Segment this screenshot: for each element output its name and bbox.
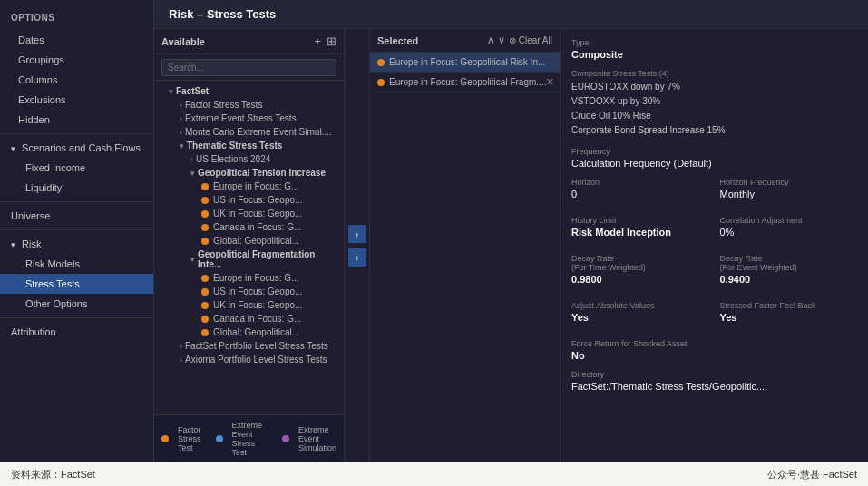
selected-header: Selected ∧ ∨ ⊗ Clear All bbox=[370, 29, 560, 53]
dot-purple-icon bbox=[282, 435, 289, 442]
stressed-label: Stressed Factor Feel Back bbox=[720, 301, 858, 310]
tree-canada-focus-2[interactable]: Canada in Focus: G... bbox=[154, 312, 344, 326]
sidebar-item-fixed-income[interactable]: Fixed Income bbox=[0, 158, 153, 178]
selected-panel: Selected ∧ ∨ ⊗ Clear All Europe in Focus… bbox=[370, 29, 561, 462]
close-icon[interactable]: ✕ bbox=[546, 76, 554, 88]
tree-monte-carlo[interactable]: › Monte Carlo Extreme Event Simul.... bbox=[154, 125, 344, 139]
sidebar-item-attribution[interactable]: Attribution bbox=[0, 322, 153, 342]
sidebar-item-other-options[interactable]: Other Options bbox=[0, 294, 153, 314]
sidebar-item-groupings[interactable]: Groupings bbox=[0, 50, 153, 70]
decay-rate2-section: Decay Rate (For Event Weighted) 0.9400 bbox=[720, 254, 858, 285]
footer: 资料来源：FactSet 公众号·慧甚 FactSet bbox=[0, 462, 868, 486]
sidebar-item-scenarios[interactable]: ▾ Scenarios and Cash Flows bbox=[0, 138, 153, 158]
dot-blue-icon bbox=[216, 435, 223, 442]
composite-items: EUROSTOXX down by 7% VSTOOXX up by 30% C… bbox=[571, 80, 857, 138]
sidebar-item-stress-tests[interactable]: Stress Tests bbox=[0, 274, 153, 294]
main-content: Risk – Stress Tests Available + ⊞ bbox=[154, 0, 868, 462]
dot-icon bbox=[201, 302, 209, 309]
adjust-label: Adjust Absolute Values bbox=[571, 301, 709, 310]
legend-factor: Factor Stress Test bbox=[161, 421, 201, 457]
legend-simulation: Extreme Event Simulation bbox=[282, 421, 336, 457]
correlation-value: 0% bbox=[720, 227, 858, 238]
tree-extreme-event[interactable]: › Extreme Event Stress Tests bbox=[154, 112, 344, 125]
sidebar: OPTIONS Dates Groupings Columns Exclusio… bbox=[0, 0, 154, 462]
stressed-value: Yes bbox=[720, 312, 858, 323]
tree-uk-focus-1[interactable]: UK in Focus: Geopo... bbox=[154, 207, 344, 220]
move-down-button[interactable]: ∨ bbox=[498, 34, 505, 46]
correlation-label: Correlation Adjustment bbox=[720, 216, 858, 225]
remove-button[interactable]: ‹ bbox=[348, 248, 366, 267]
chevron-icon: › bbox=[180, 355, 182, 364]
clear-icon: ⊗ bbox=[509, 35, 516, 45]
history-limit-label: History Limit bbox=[571, 216, 709, 225]
dot-icon bbox=[377, 59, 385, 66]
frequency-label: Frequency bbox=[571, 147, 857, 156]
sidebar-item-dates[interactable]: Dates bbox=[0, 30, 153, 50]
tree-geo-fragmentation[interactable]: ▾ Geopolitical Fragmentation Inte... bbox=[154, 248, 344, 271]
dot-icon bbox=[201, 288, 209, 296]
add-icon[interactable]: + bbox=[314, 34, 321, 48]
legend-extreme: Extreme Event Stress Test bbox=[216, 421, 268, 457]
sidebar-item-hidden[interactable]: Hidden bbox=[0, 110, 153, 130]
dot-icon bbox=[201, 197, 209, 204]
type-value: Composite bbox=[571, 49, 857, 60]
type-section: Type Composite bbox=[571, 38, 857, 60]
frequency-value: Calculation Frequency (Default) bbox=[571, 158, 857, 169]
sidebar-item-risk-models[interactable]: Risk Models bbox=[0, 254, 153, 274]
chevron-icon: ▾ bbox=[190, 255, 195, 264]
selected-items-list: Europe in Focus: Geopolitical Risk In...… bbox=[370, 53, 560, 462]
tree-geo-tension[interactable]: ▾ Geopolitical Tension Increase bbox=[154, 166, 344, 180]
content-area: Available + ⊞ ▾ FactSet › bbox=[154, 29, 868, 462]
history-limit-section: History Limit Risk Model Inception bbox=[571, 216, 709, 238]
dot-icon bbox=[377, 79, 385, 86]
tree-thematic[interactable]: ▾ Thematic Stress Tests bbox=[154, 139, 344, 152]
tree-europe-focus-2[interactable]: Europe in Focus: G... bbox=[154, 271, 344, 285]
add-button[interactable]: › bbox=[348, 225, 366, 243]
tree-factset-portfolio[interactable]: › FactSet Portfolio Level Stress Tests bbox=[154, 339, 344, 353]
sidebar-item-universe[interactable]: Universe bbox=[0, 206, 153, 226]
force-section: Force Return for Shocked Asset No bbox=[571, 339, 857, 361]
sidebar-item-columns[interactable]: Columns bbox=[0, 70, 153, 90]
tree-us-focus-2[interactable]: US in Focus: Geopo... bbox=[154, 285, 344, 298]
selected-item-1[interactable]: Europe in Focus: Geopolitical Fragm.... … bbox=[370, 73, 560, 92]
available-header: Available + ⊞ bbox=[154, 29, 344, 54]
chevron-icon: › bbox=[180, 114, 182, 123]
tree-factor-stress[interactable]: › Factor Stress Tests bbox=[154, 98, 344, 112]
tree-us-elections[interactable]: › US Elections 2024 bbox=[154, 152, 344, 166]
tree-factset[interactable]: ▾ FactSet bbox=[154, 84, 344, 98]
selected-actions: ∧ ∨ ⊗ Clear All bbox=[487, 34, 552, 46]
clear-all-button[interactable]: ⊗ Clear All bbox=[509, 35, 552, 45]
transfer-panel: › ‹ bbox=[345, 29, 370, 462]
footer-brand: 公众号·慧甚 FactSet bbox=[767, 468, 857, 481]
sidebar-title: OPTIONS bbox=[0, 7, 153, 30]
force-label: Force Return for Shocked Asset bbox=[571, 339, 857, 348]
stressed-section: Stressed Factor Feel Back Yes bbox=[720, 301, 858, 323]
tree-global-1[interactable]: Global: Geopolitical... bbox=[154, 234, 344, 248]
sidebar-item-liquidity[interactable]: Liquidity bbox=[0, 178, 153, 198]
available-actions: + ⊞ bbox=[314, 34, 336, 48]
force-value: No bbox=[571, 350, 857, 361]
tree-global-2[interactable]: Global: Geopolitical... bbox=[154, 326, 344, 339]
tree-canada-focus-1[interactable]: Canada in Focus: G... bbox=[154, 220, 344, 234]
available-panel: Available + ⊞ ▾ FactSet › bbox=[154, 29, 345, 462]
search-input[interactable] bbox=[161, 59, 336, 76]
directory-label: Directory bbox=[571, 370, 857, 379]
chevron-icon: › bbox=[190, 155, 193, 164]
sidebar-item-risk[interactable]: ▾ Risk bbox=[0, 234, 153, 254]
tree-us-focus-1[interactable]: US in Focus: Geopo... bbox=[154, 193, 344, 207]
selected-item-0[interactable]: Europe in Focus: Geopolitical Risk In... bbox=[370, 53, 560, 73]
tree-axioma-portfolio[interactable]: › Axioma Portfolio Level Stress Tests bbox=[154, 353, 344, 366]
dot-icon bbox=[201, 329, 209, 336]
tree-europe-focus-1[interactable]: Europe in Focus: G... bbox=[154, 180, 344, 193]
import-icon[interactable]: ⊞ bbox=[327, 34, 336, 48]
dot-orange-icon bbox=[161, 435, 169, 442]
adjust-value: Yes bbox=[571, 312, 709, 323]
chevron-icon: › bbox=[180, 128, 182, 137]
tree-uk-focus-2[interactable]: UK in Focus: Geopo... bbox=[154, 298, 344, 312]
dot-icon bbox=[201, 210, 209, 218]
sidebar-item-exclusions[interactable]: Exclusions bbox=[0, 90, 153, 110]
page-title: Risk – Stress Tests bbox=[154, 0, 868, 29]
decay-rate1-value: 0.9800 bbox=[571, 274, 709, 285]
horizon-label: Horizon bbox=[571, 178, 709, 187]
move-up-button[interactable]: ∧ bbox=[487, 34, 494, 46]
